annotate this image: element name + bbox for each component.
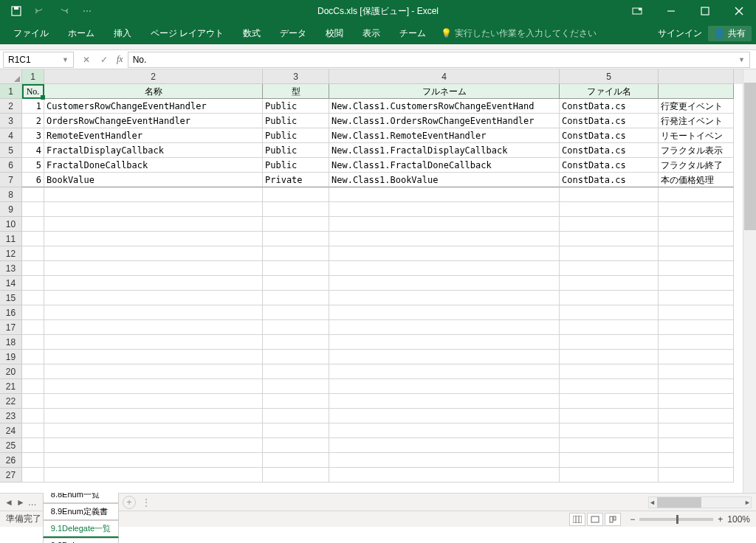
cell[interactable] [22,246,44,261]
cell[interactable]: Public [263,99,329,114]
minimize-button[interactable] [654,0,688,22]
tab-formulas[interactable]: 数式 [234,23,269,44]
cell[interactable] [44,202,263,217]
cell[interactable]: 本の価格処理 [659,173,734,187]
row-header[interactable]: 19 [0,350,22,364]
cell[interactable] [263,438,329,453]
cell[interactable] [44,217,263,232]
zoom-out-button[interactable]: − [630,514,635,525]
cell[interactable]: 2 [22,114,44,128]
cell[interactable] [560,335,659,350]
cell[interactable] [263,276,329,291]
cell[interactable] [560,468,659,483]
cell[interactable] [329,232,560,246]
cell[interactable] [560,187,659,202]
cell[interactable]: ConstData.cs [560,158,659,173]
name-box[interactable]: R1C1 ▼ [3,52,74,68]
cell[interactable] [263,364,329,379]
cell[interactable]: OrdersRowChangeEventHandler [44,114,263,128]
cell[interactable]: 型 [263,84,329,99]
cell[interactable]: New.Class1.FractalDisplayCallback [329,143,560,158]
undo-button[interactable] [30,2,50,20]
cell[interactable] [659,335,734,350]
maximize-button[interactable] [688,0,722,22]
share-button[interactable]: 👤 共有 [708,26,752,41]
cell[interactable]: No. [22,84,44,99]
cell[interactable]: 4 [22,143,44,158]
fx-icon[interactable]: fx [117,54,123,65]
cell[interactable]: ファイル名 [560,84,659,99]
cell[interactable] [659,379,734,394]
cell[interactable] [329,291,560,305]
sheet-tab[interactable]: 9.2Delega ... [43,538,119,544]
cell[interactable] [263,217,329,232]
row-header[interactable]: 1 [0,84,22,99]
cell[interactable] [22,409,44,423]
row-header[interactable]: 2 [0,99,22,114]
cell[interactable] [44,453,263,468]
cell[interactable] [263,409,329,423]
row-header[interactable]: 23 [0,409,22,423]
cell[interactable] [659,394,734,409]
sheet-tab[interactable]: 9.1Delegate一覧 [43,520,119,538]
cell[interactable]: RemoteEventHandler [44,128,263,143]
row-header[interactable]: 25 [0,438,22,453]
cell[interactable] [659,232,734,246]
row-header[interactable]: 20 [0,364,22,379]
cell[interactable] [560,246,659,261]
cell[interactable] [659,305,734,320]
cell[interactable] [659,438,734,453]
cell[interactable] [263,423,329,438]
cell[interactable]: ConstData.cs [560,114,659,128]
cell[interactable] [329,320,560,335]
cell[interactable] [560,364,659,379]
cell[interactable]: Public [263,143,329,158]
spreadsheet-grid[interactable]: 1 2 3 4 5 1 No. 名称 型 フルネーム ファイル名 21Custo… [0,69,756,493]
cell[interactable] [329,364,560,379]
cell[interactable] [659,291,734,305]
row-header[interactable]: 13 [0,261,22,276]
cell[interactable]: フラクタル表示 [659,143,734,158]
cell[interactable]: New.Class1.CustomersRowChangeEventHand [329,99,560,114]
cell[interactable] [263,305,329,320]
cell[interactable] [263,187,329,202]
cell[interactable] [44,305,263,320]
cell[interactable] [329,409,560,423]
cell[interactable] [560,291,659,305]
row-header[interactable]: 17 [0,320,22,335]
cell[interactable] [22,394,44,409]
cell[interactable] [263,335,329,350]
cell[interactable] [22,423,44,438]
enter-formula-button[interactable]: ✓ [97,53,111,66]
row-header[interactable]: 22 [0,394,22,409]
cell[interactable] [329,453,560,468]
cell[interactable] [22,438,44,453]
qat-customize[interactable]: ⋯ [77,2,97,20]
cell[interactable]: フルネーム [329,84,560,99]
cell[interactable]: フラクタル終了 [659,158,734,173]
cell[interactable] [22,217,44,232]
cell[interactable] [329,350,560,364]
sheet-nav-prev[interactable]: ◄ [4,497,13,508]
cell[interactable] [263,350,329,364]
cell[interactable]: New.Class1.RemoteEventHandler [329,128,560,143]
view-pagelayout-button[interactable] [587,513,603,526]
cell[interactable] [263,291,329,305]
col-header[interactable]: 4 [329,69,560,84]
tab-view[interactable]: 表示 [354,23,389,44]
cell[interactable] [329,305,560,320]
cell[interactable] [44,187,263,202]
tab-options[interactable]: ⋮ [142,497,151,508]
cell[interactable]: New.Class1.BookValue [329,173,560,187]
cell[interactable]: Public [263,128,329,143]
row-header[interactable]: 7 [0,173,22,187]
cell[interactable]: 3 [22,128,44,143]
row-header[interactable]: 6 [0,158,22,173]
row-header[interactable]: 15 [0,291,22,305]
cell[interactable]: 5 [22,158,44,173]
cell[interactable] [22,261,44,276]
cell[interactable]: FractalDisplayCallback [44,143,263,158]
cell[interactable]: ConstData.cs [560,173,659,187]
cell[interactable] [560,320,659,335]
cell[interactable] [22,305,44,320]
